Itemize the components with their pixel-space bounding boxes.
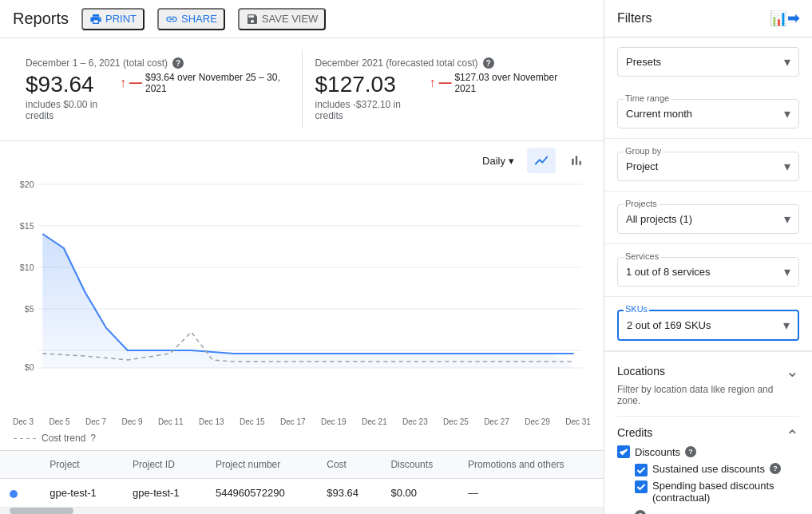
project-color-dot (10, 490, 18, 498)
summary-card-actual: December 1 – 6, 2021 (total cost) ? $93.… (13, 51, 303, 128)
spending-label: Spending based discounts (contractual) (652, 480, 799, 504)
granularity-chevron: ▾ (509, 155, 514, 167)
presets-value: Presets (626, 56, 661, 68)
save-view-button[interactable]: SAVE VIEW (238, 8, 327, 30)
svg-text:$10: $10 (20, 263, 34, 272)
trend-line-sample (13, 438, 37, 439)
services-chevron-icon: ▾ (784, 264, 790, 279)
x-label: Dec 7 (85, 417, 106, 426)
data-table: Project Project ID Project number Cost D… (0, 451, 604, 508)
summary-card2-delta: ↑ — $127.03 over November 2021 (429, 72, 578, 94)
skus-label: SKUs (624, 304, 649, 314)
row-promotions: — (458, 479, 604, 508)
col-cost: Cost (317, 451, 381, 479)
svg-text:$5: $5 (25, 305, 34, 314)
print-button[interactable]: PRINT (81, 8, 145, 30)
locations-toggle[interactable]: Locations ⌄ (617, 362, 799, 381)
skus-select[interactable]: 2 out of 169 SKUs ▾ (617, 310, 799, 341)
group-by-label: Group by (624, 146, 663, 156)
filters-header: Filters 📊➡ (604, 0, 812, 38)
x-label: Dec 29 (525, 417, 550, 426)
time-range-value: Current month (626, 108, 692, 120)
print-label: PRINT (105, 13, 137, 25)
row-dot-cell (0, 479, 40, 508)
row-discounts: $0.00 (381, 479, 457, 508)
summary-card2-delta-text: $127.03 over November 2021 (454, 72, 578, 94)
locations-expand-icon: ⌄ (786, 362, 799, 381)
svg-text:$15: $15 (20, 222, 34, 231)
collapse-filters-button[interactable]: 📊➡ (770, 10, 799, 27)
x-label: Dec 13 (199, 417, 224, 426)
presets-chevron-icon: ▾ (784, 54, 790, 69)
dash-icon2: — (438, 76, 451, 90)
dash-icon: — (129, 76, 142, 90)
bar-chart-icon (568, 152, 584, 168)
group-by-select[interactable]: Project ▾ (617, 152, 799, 181)
x-label: Dec 27 (484, 417, 509, 426)
bar-chart-button[interactable] (562, 148, 591, 173)
print-icon (89, 13, 102, 26)
granularity-select[interactable]: Daily ▾ (476, 152, 521, 170)
scrollbar-thumb[interactable] (10, 508, 73, 514)
time-range-section: Time range Current month ▾ (604, 86, 812, 139)
locations-section: Locations ⌄ Filter by location data like… (604, 351, 812, 416)
spending-checkbox[interactable] (635, 480, 648, 493)
x-label: Dec 3 (13, 417, 34, 426)
projects-label: Projects (624, 199, 659, 208)
x-label: Dec 9 (121, 417, 142, 426)
col-promotions: Promotions and others (458, 451, 604, 479)
presets-section: Presets ▾ (604, 38, 812, 86)
data-table-section: Project Project ID Project number Cost D… (0, 450, 604, 514)
x-label: Dec 17 (280, 417, 306, 426)
row-project: gpe-test-1 (40, 479, 123, 508)
cost-trend-info-icon[interactable]: ? (90, 433, 96, 444)
chart-controls: Daily ▾ (0, 141, 604, 176)
services-select[interactable]: 1 out of 8 services ▾ (617, 257, 799, 287)
spending-check-icon (636, 482, 646, 492)
x-label: Dec 21 (362, 417, 387, 426)
locations-sub: Filter by location data like region and … (617, 384, 799, 406)
sustained-label: Sustained use discounts (652, 463, 765, 475)
granularity-label: Daily (482, 155, 505, 167)
services-label: Services (624, 251, 660, 261)
check-icon (619, 447, 628, 457)
summary-card1-sub: includes $0.00 in credits (26, 99, 120, 121)
time-range-chevron-icon: ▾ (784, 106, 790, 121)
credits-section: Credits ⌃ Discounts ? Sustained use disc… (604, 417, 812, 514)
spending-info-icon[interactable]: ? (635, 510, 646, 514)
credits-collapse-icon[interactable]: ⌃ (786, 426, 799, 445)
row-cost: $93.64 (317, 479, 381, 508)
summary-card1-delta: ↑ — $93.64 over November 25 – 30, 2021 (120, 72, 289, 94)
summary-card2-title: December 2021 (forecasted total cost) (315, 57, 478, 69)
presets-select[interactable]: Presets ▾ (617, 47, 799, 77)
share-icon (165, 13, 178, 26)
line-chart-icon (533, 152, 549, 168)
x-label: Dec 15 (240, 417, 265, 426)
discounts-info-icon[interactable]: ? (685, 446, 696, 457)
projects-value: All projects (1) (626, 213, 692, 225)
discounts-checkbox[interactable] (617, 445, 630, 458)
summary-card2-sub: includes -$372.10 in credits (315, 99, 430, 121)
sustained-info-icon[interactable]: ? (770, 463, 781, 474)
line-chart-button[interactable] (527, 148, 556, 173)
projects-select[interactable]: All projects (1) ▾ (617, 204, 799, 234)
x-label: Dec 25 (443, 417, 469, 426)
svg-text:$0: $0 (25, 363, 34, 372)
sustained-row: Sustained use discounts ? (635, 463, 799, 476)
x-label: Dec 11 (158, 417, 184, 426)
horizontal-scrollbar[interactable] (0, 508, 604, 514)
summary-card2-info-icon[interactable]: ? (483, 57, 494, 69)
summary-card1-delta-text: $93.64 over November 25 – 30, 2021 (145, 72, 289, 94)
share-button[interactable]: SHARE (157, 8, 225, 30)
group-by-chevron-icon: ▾ (784, 159, 790, 174)
sustained-checkbox[interactable] (635, 464, 648, 476)
time-range-select[interactable]: Current month ▾ (617, 99, 799, 128)
time-range-label: Time range (624, 93, 671, 103)
share-label: SHARE (181, 13, 217, 25)
svg-text:$20: $20 (20, 180, 34, 189)
save-icon (246, 13, 259, 26)
col-project-id: Project ID (123, 451, 206, 479)
summary-card1-info-icon[interactable]: ? (172, 57, 184, 69)
page-title: Reports (13, 10, 69, 28)
projects-chevron-icon: ▾ (784, 212, 790, 227)
